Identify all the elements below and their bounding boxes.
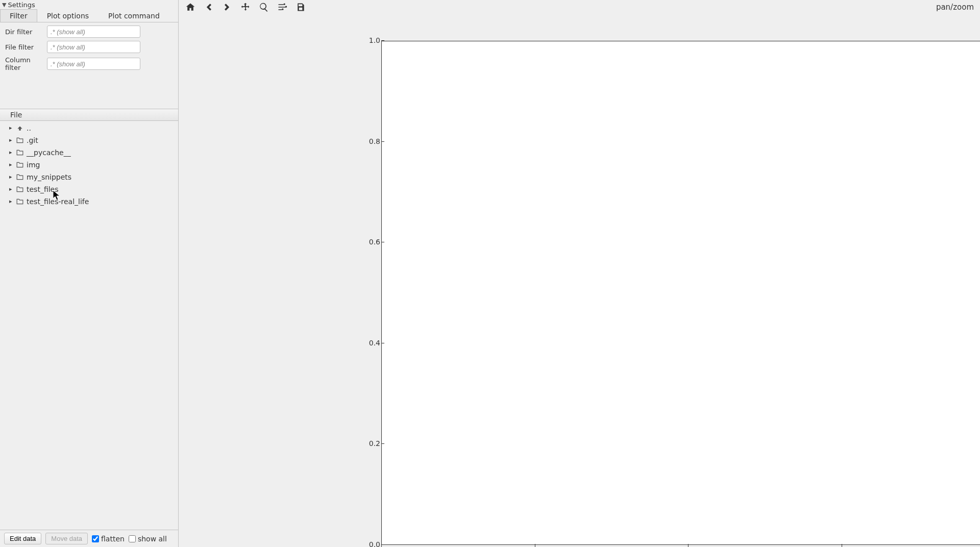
dir-filter-input[interactable] [47,26,140,38]
column-filter-label: Column filter [5,56,45,71]
tree-item-label: __pycache__ [27,147,71,158]
tree-header[interactable]: File [0,109,178,121]
settings-title: Settings [8,1,35,9]
ytick: 0.0 [350,540,380,547]
tabs: Filter Plot options Plot command [0,9,178,22]
chevron-right-icon: ▸ [9,160,14,170]
file-filter-input[interactable] [47,41,140,53]
forward-icon[interactable] [218,0,236,14]
ytick: 0.8 [350,137,380,145]
dir-filter-label: Dir filter [5,28,45,36]
file-tree: ▸..▸.git▸__pycache__▸img▸my_snippets▸tes… [0,121,178,530]
folder-icon [16,162,24,168]
folder-icon [16,186,24,192]
sidebar: ▼ Settings Filter Plot options Plot comm… [0,0,179,547]
chevron-right-icon: ▸ [9,135,14,145]
tree-item-test-files[interactable]: ▸test_files [0,183,178,195]
tree-item-label: my_snippets [27,172,71,182]
tree-item-label: img [27,160,40,170]
tab-plot-options[interactable]: Plot options [37,9,99,22]
chevron-right-icon: ▸ [9,196,14,207]
flatten-label: flatten [101,535,125,543]
flatten-checkbox-input[interactable] [92,535,99,542]
configure-icon[interactable] [273,0,291,14]
folder-icon [16,150,24,156]
column-filter-input[interactable] [47,58,140,70]
tree-item--git[interactable]: ▸.git [0,134,178,146]
file-filter-label: File filter [5,43,45,51]
main: pan/zoom 0.00.20.40.60.81.0 0.00.20.40.6… [179,0,980,547]
save-icon[interactable] [291,0,310,14]
show-all-checkbox-input[interactable] [129,535,136,542]
plot-axes[interactable] [381,41,980,545]
tree-item-label: test_files [27,184,59,194]
chevron-right-icon: ▸ [9,184,14,194]
plot-toolbar: pan/zoom [179,0,980,14]
chevron-down-icon: ▼ [2,2,6,8]
ytick: 0.4 [350,339,380,347]
tree-item-my-snippets[interactable]: ▸my_snippets [0,171,178,183]
show-all-label: show all [138,535,167,543]
bottom-bar: Edit data Move data flatten show all [0,530,178,547]
chevron-right-icon: ▸ [9,147,14,158]
chevron-right-icon: ▸ [9,172,14,182]
plot-area[interactable]: 0.00.20.40.60.81.0 0.00.20.40.60.81.0 [179,14,980,547]
home-icon[interactable] [181,0,200,14]
chevron-right-icon: ▸ [9,123,14,133]
ytick: 0.2 [350,439,380,447]
tree-item-label: .git [27,135,38,145]
edit-data-button[interactable]: Edit data [4,533,41,544]
folder-icon [16,198,24,205]
tree-item-label: test_files-real_life [27,196,89,207]
show-all-checkbox[interactable]: show all [129,535,167,543]
tab-filter[interactable]: Filter [0,9,37,22]
filter-pane: Dir filter File filter Column filter [0,22,178,109]
ytick: 1.0 [350,36,380,44]
tree-item--pycache-[interactable]: ▸__pycache__ [0,146,178,159]
back-icon[interactable] [200,0,218,14]
ytick: 0.6 [350,238,380,246]
move-data-button[interactable]: Move data [45,533,88,544]
tree-item--[interactable]: ▸.. [0,122,178,134]
flatten-checkbox[interactable]: flatten [92,535,125,543]
pan-icon[interactable] [236,0,255,14]
tree-item-label: .. [27,123,31,133]
settings-header[interactable]: ▼ Settings [0,0,178,9]
toolbar-status: pan/zoom [936,3,978,12]
zoom-icon[interactable] [255,0,273,14]
folder-icon [16,174,24,180]
tree-item-test-files-real-life[interactable]: ▸test_files-real_life [0,195,178,208]
tab-plot-command[interactable]: Plot command [99,9,169,22]
folder-icon [16,137,24,143]
up-folder-icon [16,125,24,131]
tree-item-img[interactable]: ▸img [0,159,178,171]
